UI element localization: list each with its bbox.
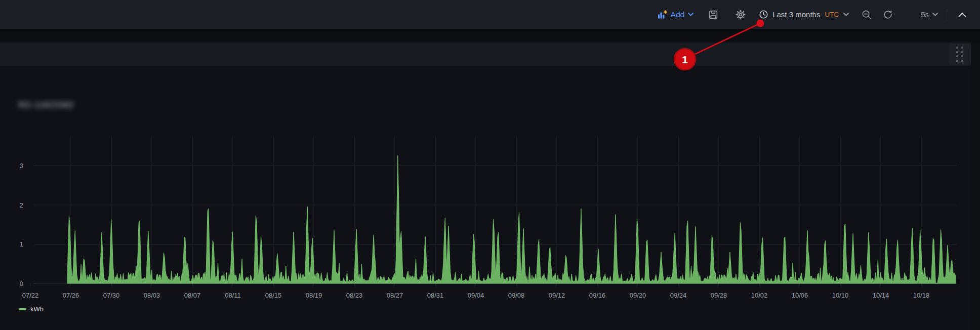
clock-icon bbox=[758, 9, 769, 20]
chevron-down-icon bbox=[932, 13, 938, 16]
chevron-up-icon bbox=[958, 12, 967, 18]
x-tick-label: 09/12 bbox=[549, 292, 565, 299]
dashboard-toolbar: Add bbox=[0, 0, 980, 30]
chevron-down-icon bbox=[843, 13, 849, 16]
refresh-interval-dropdown[interactable]: 5s bbox=[917, 6, 942, 23]
toolbar-divider bbox=[947, 9, 947, 21]
x-tick-label: 07/22 bbox=[22, 292, 39, 299]
timezone-label: UTC bbox=[825, 11, 839, 18]
legend-item-kwh[interactable]: kWh bbox=[19, 305, 44, 313]
kwh-area-series bbox=[67, 155, 956, 283]
save-dashboard-button[interactable] bbox=[704, 6, 722, 23]
timeseries-panel: RD-11823382 07/2207/2607/3008/0308/0708/… bbox=[0, 43, 971, 330]
settings-gear-icon bbox=[735, 9, 746, 20]
chevron-down-icon bbox=[688, 13, 693, 16]
dashboard-settings-button[interactable] bbox=[731, 6, 750, 23]
legend-series-label: kWh bbox=[30, 305, 44, 313]
x-tick-label: 09/04 bbox=[468, 292, 484, 299]
x-tick-label: 10/02 bbox=[751, 292, 768, 299]
refresh-dashboard-button[interactable] bbox=[879, 6, 897, 23]
y-tick-label: 0 bbox=[20, 280, 23, 287]
y-tick-label: 3 bbox=[20, 162, 23, 170]
kwh-timeseries-chart[interactable]: 07/2207/2607/3008/0308/0708/1108/1508/19… bbox=[0, 43, 971, 330]
refresh-interval-label: 5s bbox=[921, 10, 929, 19]
x-tick-label: 10/18 bbox=[913, 292, 930, 299]
y-tick-label: 2 bbox=[20, 201, 23, 209]
dashboard-background-gap bbox=[0, 32, 980, 43]
x-tick-label: 08/07 bbox=[184, 292, 201, 299]
refresh-icon bbox=[882, 9, 893, 20]
x-tick-label: 09/20 bbox=[630, 292, 646, 299]
y-tick-label: 1 bbox=[20, 240, 23, 248]
x-tick-label: 08/15 bbox=[265, 292, 282, 299]
save-floppy-icon bbox=[708, 9, 719, 20]
bar-chart-plus-icon bbox=[657, 10, 667, 20]
add-button-label: Add bbox=[671, 10, 685, 19]
x-tick-label: 09/16 bbox=[589, 292, 606, 299]
x-tick-label: 08/27 bbox=[387, 292, 403, 299]
collapse-toolbar-button[interactable] bbox=[954, 6, 970, 23]
x-tick-label: 07/30 bbox=[103, 292, 120, 299]
zoom-out-time-button[interactable] bbox=[858, 6, 876, 23]
time-range-picker[interactable]: Last 3 months UTC bbox=[755, 6, 852, 23]
x-tick-label: 08/31 bbox=[427, 292, 444, 299]
x-tick-label: 09/28 bbox=[711, 292, 727, 299]
time-range-label: Last 3 months bbox=[772, 10, 820, 19]
x-tick-label: 08/19 bbox=[306, 292, 322, 299]
x-tick-label: 08/03 bbox=[144, 292, 160, 299]
x-tick-label: 10/14 bbox=[873, 292, 889, 299]
x-tick-label: 09/24 bbox=[670, 292, 687, 299]
x-tick-label: 10/06 bbox=[792, 292, 808, 299]
add-panel-button[interactable]: Add bbox=[654, 6, 698, 23]
x-tick-label: 09/08 bbox=[508, 292, 525, 299]
x-tick-label: 10/10 bbox=[832, 292, 849, 299]
x-tick-label: 07/26 bbox=[63, 292, 79, 299]
x-tick-label: 08/23 bbox=[346, 292, 363, 299]
zoom-out-icon bbox=[861, 9, 872, 20]
x-tick-label: 08/11 bbox=[225, 292, 241, 299]
legend-series-swatch bbox=[19, 308, 26, 310]
